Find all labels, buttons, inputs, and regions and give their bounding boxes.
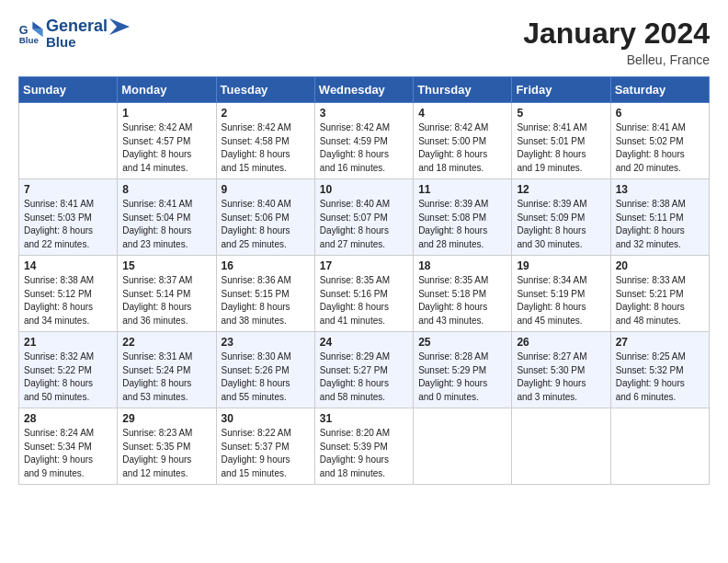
day-info: Sunrise: 8:31 AMSunset: 5:24 PMDaylight:…	[122, 350, 210, 404]
day-info: Sunrise: 8:41 AMSunset: 5:01 PMDaylight:…	[517, 121, 605, 175]
day-info: Sunrise: 8:36 AMSunset: 5:15 PMDaylight:…	[222, 274, 310, 327]
col-header-friday: Friday	[512, 77, 610, 103]
calendar-cell: 13Sunrise: 8:38 AMSunset: 5:11 PMDayligh…	[610, 179, 709, 256]
day-info: Sunrise: 8:37 AMSunset: 5:14 PMDaylight:…	[122, 274, 210, 327]
day-number: 19	[517, 259, 605, 272]
day-number: 15	[122, 259, 210, 272]
day-number: 28	[24, 412, 112, 425]
day-info: Sunrise: 8:34 AMSunset: 5:19 PMDaylight:…	[517, 274, 605, 327]
day-info: Sunrise: 8:40 AMSunset: 5:06 PMDaylight:…	[222, 198, 310, 251]
day-number: 27	[616, 336, 704, 349]
day-number: 21	[24, 336, 112, 349]
day-info: Sunrise: 8:25 AMSunset: 5:32 PMDaylight:…	[616, 350, 704, 404]
day-number: 2	[222, 107, 310, 120]
day-number: 3	[320, 107, 408, 120]
calendar-week-row: 7Sunrise: 8:41 AMSunset: 5:03 PMDaylight…	[19, 179, 710, 256]
calendar-cell: 5Sunrise: 8:41 AMSunset: 5:01 PMDaylight…	[512, 103, 610, 179]
day-info: Sunrise: 8:33 AMSunset: 5:21 PMDaylight:…	[616, 274, 704, 327]
calendar-cell: 29Sunrise: 8:23 AMSunset: 5:35 PMDayligh…	[118, 408, 216, 485]
day-number: 1	[122, 107, 210, 120]
day-info: Sunrise: 8:35 AMSunset: 5:16 PMDaylight:…	[320, 274, 408, 327]
calendar-cell: 31Sunrise: 8:20 AMSunset: 5:39 PMDayligh…	[314, 408, 413, 485]
day-number: 18	[418, 259, 506, 272]
day-number: 12	[517, 183, 605, 196]
calendar-header-row: SundayMondayTuesdayWednesdayThursdayFrid…	[19, 77, 710, 103]
day-number: 24	[320, 336, 408, 349]
day-info: Sunrise: 8:22 AMSunset: 5:37 PMDaylight:…	[222, 427, 310, 480]
page: G Blue General Blue January 2024 Belleu,…	[0, 0, 728, 563]
calendar-week-row: 21Sunrise: 8:32 AMSunset: 5:22 PMDayligh…	[19, 332, 710, 408]
calendar-week-row: 1Sunrise: 8:42 AMSunset: 4:57 PMDaylight…	[19, 103, 710, 179]
day-number: 20	[616, 259, 704, 272]
calendar-cell: 20Sunrise: 8:33 AMSunset: 5:21 PMDayligh…	[610, 256, 709, 332]
calendar-cell: 21Sunrise: 8:32 AMSunset: 5:22 PMDayligh…	[19, 332, 118, 408]
day-number: 5	[517, 107, 605, 120]
calendar-week-row: 28Sunrise: 8:24 AMSunset: 5:34 PMDayligh…	[19, 408, 710, 485]
calendar-cell: 18Sunrise: 8:35 AMSunset: 5:18 PMDayligh…	[414, 256, 512, 332]
calendar-cell: 30Sunrise: 8:22 AMSunset: 5:37 PMDayligh…	[216, 408, 314, 485]
day-number: 10	[320, 183, 408, 196]
day-info: Sunrise: 8:27 AMSunset: 5:30 PMDaylight:…	[517, 350, 605, 404]
calendar-cell: 11Sunrise: 8:39 AMSunset: 5:08 PMDayligh…	[414, 179, 512, 256]
calendar-cell: 27Sunrise: 8:25 AMSunset: 5:32 PMDayligh…	[610, 332, 709, 408]
svg-marker-5	[109, 18, 130, 35]
day-number: 13	[616, 183, 704, 196]
calendar-cell: 17Sunrise: 8:35 AMSunset: 5:16 PMDayligh…	[314, 256, 413, 332]
calendar-cell: 1Sunrise: 8:42 AMSunset: 4:57 PMDaylight…	[118, 103, 216, 179]
day-number: 17	[320, 259, 408, 272]
day-info: Sunrise: 8:38 AMSunset: 5:11 PMDaylight:…	[616, 198, 704, 251]
logo-general: General	[46, 17, 108, 36]
col-header-saturday: Saturday	[610, 77, 709, 103]
calendar-cell	[19, 103, 118, 179]
day-info: Sunrise: 8:38 AMSunset: 5:12 PMDaylight:…	[24, 274, 112, 327]
day-info: Sunrise: 8:24 AMSunset: 5:34 PMDaylight:…	[24, 427, 112, 480]
day-number: 25	[418, 336, 506, 349]
day-info: Sunrise: 8:39 AMSunset: 5:08 PMDaylight:…	[418, 198, 506, 251]
day-info: Sunrise: 8:42 AMSunset: 4:59 PMDaylight:…	[320, 121, 408, 175]
day-number: 6	[616, 107, 704, 120]
calendar-cell: 15Sunrise: 8:37 AMSunset: 5:14 PMDayligh…	[118, 256, 216, 332]
day-info: Sunrise: 8:41 AMSunset: 5:03 PMDaylight:…	[24, 198, 112, 251]
day-number: 16	[222, 259, 310, 272]
day-number: 8	[122, 183, 210, 196]
col-header-wednesday: Wednesday	[314, 77, 413, 103]
day-number: 31	[320, 412, 408, 425]
calendar-cell: 23Sunrise: 8:30 AMSunset: 5:26 PMDayligh…	[216, 332, 314, 408]
day-info: Sunrise: 8:41 AMSunset: 5:02 PMDaylight:…	[616, 121, 704, 175]
day-info: Sunrise: 8:28 AMSunset: 5:29 PMDaylight:…	[418, 350, 506, 404]
calendar-cell: 4Sunrise: 8:42 AMSunset: 5:00 PMDaylight…	[414, 103, 512, 179]
calendar-cell: 12Sunrise: 8:39 AMSunset: 5:09 PMDayligh…	[512, 179, 610, 256]
calendar-cell: 26Sunrise: 8:27 AMSunset: 5:30 PMDayligh…	[512, 332, 610, 408]
calendar-cell: 28Sunrise: 8:24 AMSunset: 5:34 PMDayligh…	[19, 408, 118, 485]
logo-arrow-icon	[109, 18, 130, 35]
calendar-cell: 8Sunrise: 8:41 AMSunset: 5:04 PMDaylight…	[118, 179, 216, 256]
day-info: Sunrise: 8:29 AMSunset: 5:27 PMDaylight:…	[320, 350, 408, 404]
day-info: Sunrise: 8:30 AMSunset: 5:26 PMDaylight:…	[222, 350, 310, 404]
calendar-cell: 22Sunrise: 8:31 AMSunset: 5:24 PMDayligh…	[118, 332, 216, 408]
day-info: Sunrise: 8:32 AMSunset: 5:22 PMDaylight:…	[24, 350, 112, 404]
day-info: Sunrise: 8:35 AMSunset: 5:18 PMDaylight:…	[418, 274, 506, 327]
day-info: Sunrise: 8:42 AMSunset: 5:00 PMDaylight:…	[418, 121, 506, 175]
day-info: Sunrise: 8:23 AMSunset: 5:35 PMDaylight:…	[122, 427, 210, 480]
calendar-cell: 3Sunrise: 8:42 AMSunset: 4:59 PMDaylight…	[314, 103, 413, 179]
day-number: 29	[122, 412, 210, 425]
location: Belleu, France	[523, 52, 710, 67]
logo-blue: Blue	[46, 34, 130, 50]
calendar-cell: 2Sunrise: 8:42 AMSunset: 4:58 PMDaylight…	[216, 103, 314, 179]
calendar-cell: 10Sunrise: 8:40 AMSunset: 5:07 PMDayligh…	[314, 179, 413, 256]
calendar-cell	[512, 408, 610, 485]
calendar-cell: 6Sunrise: 8:41 AMSunset: 5:02 PMDaylight…	[610, 103, 709, 179]
month-title: January 2024	[523, 17, 710, 51]
calendar-cell: 19Sunrise: 8:34 AMSunset: 5:19 PMDayligh…	[512, 256, 610, 332]
title-block: January 2024 Belleu, France	[523, 17, 710, 67]
calendar-cell	[414, 408, 512, 485]
day-number: 11	[418, 183, 506, 196]
svg-text:Blue: Blue	[19, 35, 40, 45]
day-number: 26	[517, 336, 605, 349]
calendar-cell: 16Sunrise: 8:36 AMSunset: 5:15 PMDayligh…	[216, 256, 314, 332]
day-info: Sunrise: 8:42 AMSunset: 4:58 PMDaylight:…	[222, 121, 310, 175]
day-number: 9	[222, 183, 310, 196]
day-info: Sunrise: 8:20 AMSunset: 5:39 PMDaylight:…	[320, 427, 408, 480]
day-info: Sunrise: 8:40 AMSunset: 5:07 PMDaylight:…	[320, 198, 408, 251]
day-info: Sunrise: 8:39 AMSunset: 5:09 PMDaylight:…	[517, 198, 605, 251]
